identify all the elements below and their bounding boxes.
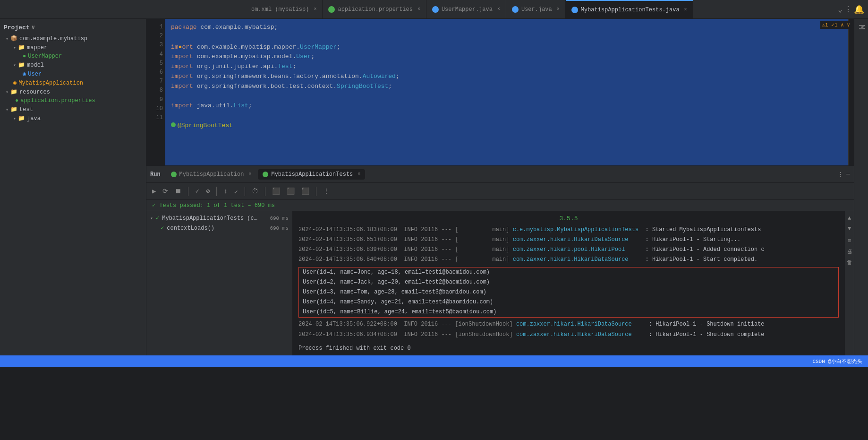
tree-item-application[interactable]: ◉ MybatispApplication bbox=[0, 78, 146, 87]
tree-item-test[interactable]: ▾ 📁 test bbox=[0, 105, 146, 114]
test-item-suite[interactable]: ▾ ✓ MybatispApplicationTests (c… 690 ms bbox=[146, 213, 292, 223]
editor-scrollbar[interactable] bbox=[848, 19, 854, 165]
tab-properties[interactable]: application.properties × bbox=[323, 0, 426, 19]
scroll-up-icon[interactable]: ▲ bbox=[848, 215, 851, 222]
box-btn-1[interactable]: ⬛ bbox=[270, 186, 282, 196]
trash-icon[interactable]: 🗑 bbox=[847, 259, 852, 266]
output-user-5: User(id=5, name=Billie, age=24, email=te… bbox=[299, 307, 838, 317]
test-suite-label: MybatispApplicationTests (c… bbox=[162, 215, 257, 222]
code-line-10 bbox=[171, 111, 842, 121]
tab-user-close[interactable]: × bbox=[557, 7, 560, 12]
tab-tests-icon bbox=[571, 7, 578, 13]
run-tab-tests[interactable]: MybatispApplicationTests × bbox=[258, 169, 365, 180]
test-item-contextloads[interactable]: ✓ contextLoads() 690 ms bbox=[146, 223, 292, 233]
test-suite-time: 690 ms bbox=[270, 216, 289, 221]
folder-icon-mapper: 📁 bbox=[18, 44, 25, 51]
tab-usermapper-icon bbox=[432, 6, 439, 13]
output-panel[interactable]: 3.5.5 2024-02-14T13:35:06.183+08:00 INFO… bbox=[293, 211, 844, 355]
tree-label-application: MybatispApplication bbox=[18, 80, 83, 86]
check-icon-suite: ✓ bbox=[156, 215, 159, 222]
code-line-6: import org.springframework.beans.factory… bbox=[171, 72, 842, 82]
tree-item-resources[interactable]: ▾ 📁 resources bbox=[0, 87, 146, 96]
pass-check-icon: ✓ bbox=[152, 202, 155, 209]
sort-btn-1[interactable]: ↕ bbox=[221, 187, 229, 196]
tab-xml[interactable]: om.xml (mybatisp) × bbox=[246, 0, 323, 19]
tree-item-user[interactable]: ◉ User bbox=[0, 69, 146, 78]
output-log-5: 2024-02-14T13:35:06.922+08:00 INFO 20116… bbox=[293, 319, 844, 329]
output-user-2: User(id=2, name=Jack, age=20, email=test… bbox=[299, 277, 838, 287]
notification-icon[interactable]: 🔔 bbox=[854, 4, 864, 15]
tab-more-icon[interactable]: ⋮ bbox=[844, 5, 852, 14]
line-numbers: 12345 678910 11 bbox=[146, 19, 165, 165]
check-icon-contextloads: ✓ bbox=[161, 224, 164, 232]
run-more-icon[interactable]: ⋮ bbox=[837, 171, 843, 178]
status-text: CSDN @小白不想秃头 bbox=[812, 358, 862, 365]
toolbar-sep-5 bbox=[316, 187, 316, 196]
tree-label-test: test bbox=[19, 106, 33, 113]
tab-tests-close[interactable]: × bbox=[684, 7, 687, 12]
toolbar-sep-2 bbox=[216, 187, 217, 196]
tree-arrow-suite: ▾ bbox=[150, 216, 153, 221]
stop-btn[interactable]: ⏹ bbox=[173, 187, 183, 196]
tab-user[interactable]: User.java × bbox=[506, 0, 566, 19]
tab-usermapper-close[interactable]: × bbox=[497, 7, 500, 12]
code-content[interactable]: package com.example.mybatisp; im●ort com… bbox=[165, 19, 848, 165]
run-tab-application[interactable]: MybatispApplication × bbox=[166, 169, 256, 180]
run-tab-bar: Run MybatispApplication × MybatispApplic… bbox=[146, 166, 854, 183]
code-line-3: im●ort com.example.mybatisp.mapper.UserM… bbox=[171, 43, 842, 52]
box-btn-2[interactable]: ⬛ bbox=[285, 186, 297, 196]
tab-tests[interactable]: MybatispApplicationTests.java × bbox=[566, 0, 693, 19]
output-user-1: User(id=1, name=Jone, age=18, email=test… bbox=[299, 267, 838, 277]
tree-arrow-model: ▾ bbox=[13, 62, 16, 68]
run-tab-tests-close[interactable]: × bbox=[357, 172, 360, 177]
tab-usermapper-label: UserMapper.java bbox=[442, 6, 493, 13]
file-icon-appprops: ● bbox=[15, 97, 18, 104]
code-line-7: import org.springframework.boot.test.con… bbox=[171, 82, 842, 92]
check-btn[interactable]: ✓ bbox=[193, 186, 201, 196]
rerun-btn[interactable]: ▶ bbox=[150, 186, 158, 196]
refresh-btn[interactable]: ⟳ bbox=[161, 186, 170, 196]
tree-item-model[interactable]: ▾ 📁 model bbox=[0, 60, 146, 69]
tree-item-appprops[interactable]: ● application.properties bbox=[0, 96, 146, 105]
tree-arrow-test: ▾ bbox=[6, 107, 9, 112]
project-sidebar: Project ∨ ▾ 📦 com.example.mybatisp ▾ 📁 m… bbox=[0, 19, 146, 355]
sidebar-dropdown-icon[interactable]: ∨ bbox=[32, 24, 35, 31]
top-right-panel: M bbox=[854, 19, 868, 355]
tree-item-usermapper[interactable]: ● UserMapper bbox=[0, 52, 146, 60]
run-label: Run bbox=[150, 171, 161, 178]
more-btn[interactable]: ⋮ bbox=[321, 186, 332, 196]
align-icon[interactable]: ≡ bbox=[848, 238, 851, 244]
tab-usermapper[interactable]: UserMapper.java × bbox=[426, 0, 506, 19]
tab-user-label: User.java bbox=[521, 6, 552, 13]
editor-area: 12345 678910 11 package com.example.myba… bbox=[146, 19, 854, 355]
tree-item-java[interactable]: ▾ 📁 java bbox=[0, 114, 146, 123]
test-contextloads-time: 690 ms bbox=[270, 225, 289, 231]
print-icon[interactable]: 🖨 bbox=[847, 248, 852, 255]
sidebar-title: Project ∨ bbox=[0, 21, 146, 34]
tab-properties-icon bbox=[328, 6, 335, 13]
tree-label-java: java bbox=[27, 115, 41, 122]
scroll-down-icon[interactable]: ▼ bbox=[848, 225, 851, 232]
tab-dropdown-icon[interactable]: ⌄ bbox=[838, 5, 842, 14]
code-line-4: import com.example.mybatisp.model.User; bbox=[171, 52, 842, 62]
box-btn-3[interactable]: ⬛ bbox=[299, 186, 311, 196]
tab-bar-actions: ⌄ ⋮ 🔔 bbox=[838, 4, 868, 15]
run-tab-application-close[interactable]: × bbox=[248, 172, 251, 177]
test-tree: ▾ ✓ MybatispApplicationTests (c… 690 ms … bbox=[146, 211, 293, 355]
clock-btn[interactable]: ⏱ bbox=[250, 187, 260, 196]
tab-xml-close[interactable]: × bbox=[314, 7, 316, 12]
main-area: Project ∨ ▾ 📦 com.example.mybatisp ▾ 📁 m… bbox=[0, 19, 868, 355]
sort-btn-2[interactable]: ↙ bbox=[232, 186, 240, 196]
tree-item-mapper[interactable]: ▾ 📁 mapper bbox=[0, 43, 146, 52]
tab-properties-label: application.properties bbox=[338, 6, 412, 13]
code-line-9: import java.util.List; bbox=[171, 101, 842, 111]
file-icon-usermapper: ● bbox=[23, 53, 26, 60]
toolbar-sep-3 bbox=[245, 187, 245, 196]
output-version: 3.5.5 bbox=[293, 213, 844, 225]
cancel-btn[interactable]: ⊘ bbox=[204, 186, 212, 196]
tab-properties-close[interactable]: × bbox=[417, 7, 420, 12]
right-panel-icon[interactable]: M bbox=[855, 23, 868, 32]
run-tab-tests-icon bbox=[263, 172, 268, 177]
tree-item-package[interactable]: ▾ 📦 com.example.mybatisp bbox=[0, 34, 146, 43]
run-minimize-icon[interactable]: — bbox=[846, 171, 850, 178]
